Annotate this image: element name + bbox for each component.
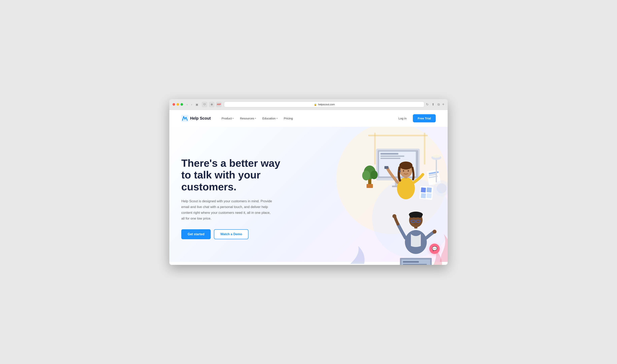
hero-section: There's a better way to talk with your c…: [169, 127, 448, 262]
forward-button[interactable]: ›: [190, 103, 193, 106]
address-bar-container: 🔒 helpscout.com ↻: [224, 102, 429, 107]
svg-rect-27: [384, 166, 388, 169]
nav-resources-label: Resources: [240, 117, 254, 120]
hero-title: There's a better way to talk with your c…: [181, 157, 293, 193]
get-started-button[interactable]: Get started: [181, 229, 211, 239]
svg-rect-13: [381, 158, 400, 159]
share-button[interactable]: ⬆: [431, 102, 435, 107]
back-button[interactable]: ‹: [185, 103, 189, 106]
chat-fab-button[interactable]: 💬: [429, 244, 440, 254]
shield-extension-icon[interactable]: 🛡: [202, 102, 207, 107]
nav-links: Product ▾ Resources ▾ Education ▾ Pricin…: [219, 115, 395, 122]
svg-point-49: [433, 230, 436, 234]
svg-rect-11: [381, 153, 398, 155]
browser-toolbar: ‹ › ▣ 🛡 ⚙ ABP 🔒 helpscout.com ↻ ⬆ ⧉ +: [169, 99, 448, 110]
svg-point-17: [370, 170, 378, 179]
svg-rect-35: [421, 193, 426, 198]
chevron-down-icon: ▾: [276, 117, 277, 119]
helpscout-logo-icon: [181, 115, 188, 122]
nav-resources[interactable]: Resources ▾: [237, 115, 259, 122]
svg-point-42: [418, 214, 422, 218]
website-content: Help Scout Product ▾ Resources ▾ Educati…: [169, 110, 448, 265]
svg-point-16: [362, 170, 370, 181]
nav-product-label: Product: [222, 117, 232, 120]
svg-rect-34: [427, 187, 432, 193]
browser-icons-right: ⬆ ⧉ +: [431, 102, 445, 107]
nav-actions: Log in Free Trial: [395, 114, 436, 122]
nav-product[interactable]: Product ▾: [219, 115, 236, 122]
address-bar[interactable]: 🔒 helpscout.com: [224, 102, 424, 107]
free-trial-button[interactable]: Free Trial: [413, 114, 436, 122]
svg-rect-61: [436, 158, 437, 182]
maximize-button[interactable]: [181, 103, 183, 106]
chat-icon: 💬: [432, 246, 437, 251]
svg-point-25: [399, 170, 401, 172]
svg-point-63: [432, 155, 440, 158]
hero-content: There's a better way to talk with your c…: [181, 157, 293, 239]
logo-text: Help Scout: [190, 116, 211, 121]
svg-rect-52: [403, 261, 419, 263]
traffic-lights: [172, 103, 183, 106]
nav-education-label: Education: [263, 117, 276, 120]
browser-icons-left: ‹ › ▣: [185, 103, 199, 106]
logo-link[interactable]: Help Scout: [181, 115, 211, 122]
ssl-lock-icon: 🔒: [314, 103, 317, 106]
close-button[interactable]: [172, 103, 175, 106]
nav-pricing-label: Pricing: [284, 117, 293, 120]
svg-point-48: [392, 214, 396, 218]
main-navigation: Help Scout Product ▾ Resources ▾ Educati…: [169, 110, 448, 127]
svg-point-23: [403, 170, 404, 172]
nav-education[interactable]: Education ▾: [260, 115, 280, 122]
settings-extension-icon[interactable]: ⚙: [209, 102, 214, 107]
chevron-down-icon: ▾: [233, 117, 234, 119]
url-text: helpscout.com: [318, 103, 335, 106]
nav-pricing[interactable]: Pricing: [281, 115, 296, 122]
browser-window: ‹ › ▣ 🛡 ⚙ ABP 🔒 helpscout.com ↻ ⬆ ⧉ +: [169, 99, 448, 265]
hero-illustration: [313, 119, 448, 265]
svg-rect-5: [424, 133, 425, 165]
hero-buttons: Get started Watch a Demo: [181, 229, 293, 239]
svg-rect-3: [368, 135, 428, 136]
svg-point-60: [437, 183, 447, 193]
adblock-extension-icon[interactable]: ABP: [216, 102, 222, 107]
svg-rect-33: [421, 187, 426, 193]
minimize-button[interactable]: [176, 103, 179, 106]
browser-extension-icons: 🛡 ⚙ ABP: [202, 102, 222, 107]
svg-rect-4: [374, 133, 376, 165]
svg-rect-36: [427, 193, 432, 198]
chevron-down-icon: ▾: [255, 117, 256, 119]
login-button[interactable]: Log in: [395, 115, 410, 122]
svg-point-24: [408, 170, 409, 172]
svg-rect-12: [381, 156, 404, 157]
watch-demo-button[interactable]: Watch a Demo: [214, 229, 249, 239]
svg-rect-18: [367, 184, 373, 188]
svg-point-22: [399, 162, 412, 169]
new-tab-tile-button[interactable]: ⧉: [437, 102, 441, 107]
hero-description: Help Scout is designed with your custome…: [181, 198, 273, 221]
svg-rect-53: [403, 264, 427, 265]
refresh-button[interactable]: ↻: [426, 103, 429, 106]
svg-point-41: [409, 214, 414, 218]
add-tab-button[interactable]: +: [442, 102, 445, 107]
sidebar-button[interactable]: ▣: [194, 103, 199, 106]
